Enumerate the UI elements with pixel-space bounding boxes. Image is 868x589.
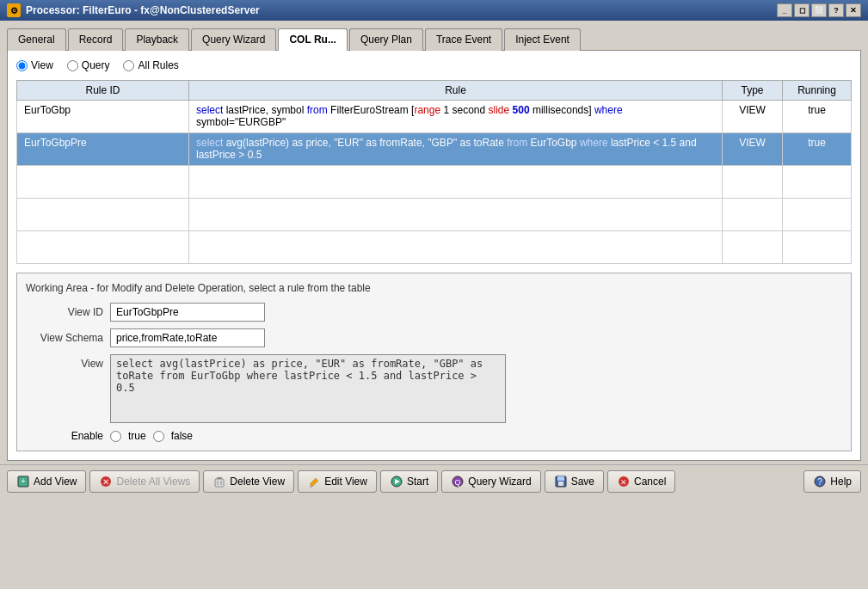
svg-text:+: + — [21, 476, 26, 486]
type-cell: VIEW — [723, 133, 783, 166]
add-view-button[interactable]: + Add View — [7, 470, 86, 493]
col-header-type: Type — [723, 81, 783, 101]
tab-general[interactable]: General — [7, 28, 66, 51]
svg-rect-15 — [558, 482, 563, 486]
svg-rect-4 — [215, 479, 224, 487]
svg-rect-14 — [557, 476, 564, 481]
type-cell: VIEW — [723, 101, 783, 133]
svg-text:?: ? — [818, 477, 823, 487]
table-row[interactable]: EurToGbp select lastPrice, symbol from F… — [17, 101, 852, 133]
query-wizard-button[interactable]: Q Query Wizard — [441, 470, 540, 493]
start-button[interactable]: Start — [380, 470, 438, 493]
radio-view[interactable]: View — [16, 59, 53, 71]
tab-query-wizard[interactable]: Query Wizard — [191, 28, 276, 51]
working-area-title: Working Area - for Modify and Delete Ope… — [26, 282, 842, 294]
delete-all-icon: ✕ — [99, 475, 113, 488]
svg-text:✕: ✕ — [620, 478, 627, 487]
view-textarea[interactable]: select avg(lastPrice) as price, "EUR" as… — [110, 354, 506, 423]
running-cell: true — [783, 101, 852, 133]
table-row-empty — [17, 231, 852, 264]
svg-rect-5 — [217, 477, 222, 479]
delete-view-icon — [212, 475, 226, 488]
tab-record[interactable]: Record — [68, 28, 124, 51]
view-id-label: View ID — [26, 306, 103, 318]
view-id-input[interactable] — [110, 303, 265, 322]
running-cell: true — [783, 133, 852, 166]
view-schema-row: View Schema — [26, 328, 842, 347]
enable-true-label: true — [128, 430, 146, 442]
radio-all-rules-label: All Rules — [138, 59, 178, 71]
view-query-row: View select avg(lastPrice) as price, "EU… — [26, 354, 842, 423]
enable-row: Enable true false — [26, 430, 842, 442]
rules-table: Rule ID Rule Type Running EurToGbp selec… — [16, 80, 852, 264]
cancel-icon: ✕ — [617, 475, 631, 488]
svg-text:✕: ✕ — [102, 477, 109, 487]
working-area: Working Area - for Modify and Delete Ope… — [16, 273, 852, 451]
radio-query-label: Query — [82, 59, 110, 71]
restore-button[interactable]: ◻ — [794, 3, 810, 17]
svg-text:Q: Q — [455, 478, 461, 487]
col-header-rule: Rule — [189, 81, 723, 101]
tab-playback[interactable]: Playback — [125, 28, 189, 51]
enable-false-radio[interactable] — [153, 431, 164, 442]
rule-cell: select lastPrice, symbol from FilterEuro… — [189, 101, 723, 133]
radio-query[interactable]: Query — [67, 59, 110, 71]
rule-id-cell: EurToGbpPre — [17, 133, 189, 166]
view-label: View — [26, 358, 103, 370]
add-view-icon: + — [16, 475, 30, 488]
tab-inject-event[interactable]: Inject Event — [504, 28, 581, 51]
radio-all-rules[interactable]: All Rules — [123, 59, 178, 71]
delete-view-label: Delete View — [230, 475, 285, 488]
view-schema-input[interactable] — [110, 328, 265, 347]
view-schema-label: View Schema — [26, 332, 103, 344]
minimize-button[interactable]: _ — [777, 3, 792, 17]
maximize-button[interactable]: ⬜ — [811, 3, 827, 17]
content-area: View Query All Rules Rule ID Rule Type R… — [7, 50, 861, 461]
cancel-label: Cancel — [634, 475, 666, 488]
query-wizard-label: Query Wizard — [468, 475, 531, 488]
table-row-empty — [17, 166, 852, 199]
start-icon — [390, 475, 403, 488]
save-icon — [554, 475, 568, 488]
edit-view-button[interactable]: Edit View — [298, 470, 377, 493]
enable-label: Enable — [26, 430, 103, 442]
rule-cell: select avg(lastPrice) as price, "EUR" as… — [189, 133, 723, 166]
add-view-label: Add View — [34, 475, 77, 488]
col-header-running: Running — [783, 81, 852, 101]
tab-trace-event[interactable]: Trace Event — [425, 28, 502, 51]
help-button[interactable]: ? Help — [803, 470, 861, 493]
start-label: Start — [407, 475, 428, 488]
save-label: Save — [571, 475, 594, 488]
table-row-empty — [17, 199, 852, 231]
help-title-button[interactable]: ? — [828, 3, 844, 17]
enable-true-radio[interactable] — [110, 431, 121, 442]
tab-query-plan[interactable]: Query Plan — [349, 28, 423, 51]
main-container: General Record Playback Query Wizard COL… — [0, 21, 868, 464]
help-label: Help — [830, 475, 852, 488]
window-title: Processor: FilterEuro - fx@NonClusteredS… — [26, 4, 260, 16]
col-header-rule-id: Rule ID — [17, 81, 189, 101]
close-button[interactable]: ✕ — [846, 3, 861, 17]
cancel-button[interactable]: ✕ Cancel — [607, 470, 675, 493]
app-icon: ⚙ — [7, 3, 21, 17]
view-filter-group: View Query All Rules — [16, 59, 852, 71]
edit-view-icon — [307, 475, 321, 488]
view-id-row: View ID — [26, 303, 842, 322]
query-wizard-icon: Q — [451, 475, 465, 488]
window-controls: _ ◻ ⬜ ? ✕ — [777, 3, 861, 17]
radio-view-label: View — [31, 59, 53, 71]
rule-id-cell: EurToGbp — [17, 101, 189, 133]
delete-all-views-button[interactable]: ✕ Delete All Views — [89, 470, 200, 493]
tab-col-rules[interactable]: COL Ru... — [278, 28, 347, 51]
bottom-bar: + Add View ✕ Delete All Views Delete Vie… — [0, 464, 868, 498]
title-bar: ⚙ Processor: FilterEuro - fx@NonClustere… — [0, 0, 868, 21]
table-row[interactable]: EurToGbpPre select avg(lastPrice) as pri… — [17, 133, 852, 166]
tab-bar: General Record Playback Query Wizard COL… — [3, 24, 865, 50]
edit-view-label: Edit View — [324, 475, 367, 488]
delete-all-views-label: Delete All Views — [116, 475, 190, 488]
delete-view-button[interactable]: Delete View — [203, 470, 294, 493]
save-button[interactable]: Save — [545, 470, 604, 493]
help-icon: ? — [813, 475, 827, 488]
enable-false-label: false — [171, 430, 193, 442]
